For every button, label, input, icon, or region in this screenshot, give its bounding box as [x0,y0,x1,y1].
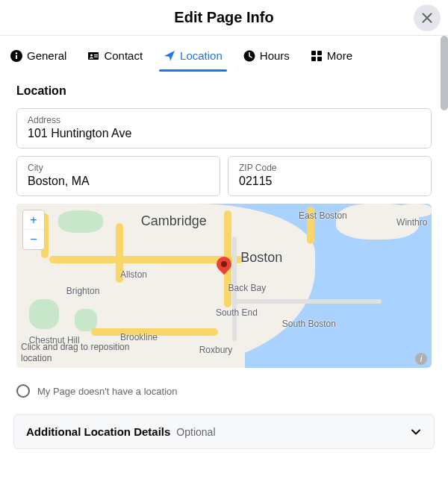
zip-field-wrapper[interactable]: ZIP Code [228,156,432,196]
accordion-subtitle: Optional [176,426,215,438]
svg-rect-8 [311,51,316,55]
map-park [29,299,59,329]
map-pin-icon[interactable] [216,254,232,276]
zoom-out-button[interactable]: − [23,230,44,249]
address-input[interactable] [28,127,420,140]
map-label-boston: Boston [240,250,282,266]
tab-label: Location [180,49,223,62]
tab-label: More [327,49,352,62]
svg-rect-5 [94,54,98,55]
chevron-down-icon [410,426,422,438]
tab-more[interactable]: More [306,43,357,71]
tab-label: General [27,49,66,62]
map-road [49,256,243,263]
tab-bar: General Contact Location Hours More [0,36,448,71]
no-location-label: My Page doesn't have a location [37,386,178,397]
svg-rect-10 [311,57,316,61]
map-label-brookline: Brookline [120,332,158,342]
map-label-roxbury: Roxbury [199,345,233,355]
zoom-in-button[interactable]: + [23,210,44,230]
page-title: Edit Page Info [174,9,273,26]
tab-label: Hours [260,49,290,62]
map-land [399,204,432,217]
svg-rect-6 [94,56,98,57]
svg-rect-1 [16,55,17,59]
section-title: Location [16,84,432,98]
svg-rect-11 [317,57,322,61]
contact-card-icon [87,50,99,62]
map-road [232,299,382,304]
map-label-south-end: South End [216,307,258,318]
tab-label: Contact [104,49,143,62]
city-field-wrapper[interactable]: City [16,156,220,196]
map-label-south-boston: South Boston [282,319,336,329]
info-icon [10,50,22,62]
map-label-cambridge: Cambridge [141,213,207,229]
tab-general[interactable]: General [6,43,71,71]
close-button[interactable] [414,4,441,31]
zoom-control: + − [22,210,45,250]
no-location-radio[interactable] [16,384,30,398]
svg-point-2 [16,52,17,54]
map-label-allston: Allston [120,269,147,280]
content-scroll[interactable]: General Contact Location Hours More Loca… [0,36,448,482]
city-input[interactable] [28,175,209,188]
clock-icon [243,50,255,62]
additional-details-accordion[interactable]: Additional Location Details Optional [13,414,435,449]
scrollbar-thumb[interactable] [441,36,448,110]
map-label-back-bay: Back Bay [228,283,267,293]
address-field-wrapper[interactable]: Address [16,108,432,148]
tab-location[interactable]: Location [159,43,227,71]
svg-point-4 [90,54,93,56]
map-label-brighton: Brighton [66,286,100,296]
accordion-title: Additional Location Details [26,425,170,438]
svg-rect-9 [317,51,322,55]
tab-hours[interactable]: Hours [239,43,294,71]
map-hint: Click and drag to reposition location [21,342,163,363]
city-label: City [28,163,209,173]
close-icon [421,12,433,24]
map-attribution-icon[interactable]: i [415,353,427,365]
map-label-winthrop: Winthro [396,217,427,228]
map-label-east-boston: East Boston [299,210,347,221]
map[interactable]: Cambridge East Boston Winthro Boston All… [16,204,432,368]
location-arrow-icon [164,50,175,62]
grid-icon [311,50,323,62]
zip-label: ZIP Code [239,163,420,173]
zip-input[interactable] [239,175,420,188]
map-park [58,210,103,233]
tab-contact[interactable]: Contact [83,43,147,71]
address-label: Address [28,115,420,125]
